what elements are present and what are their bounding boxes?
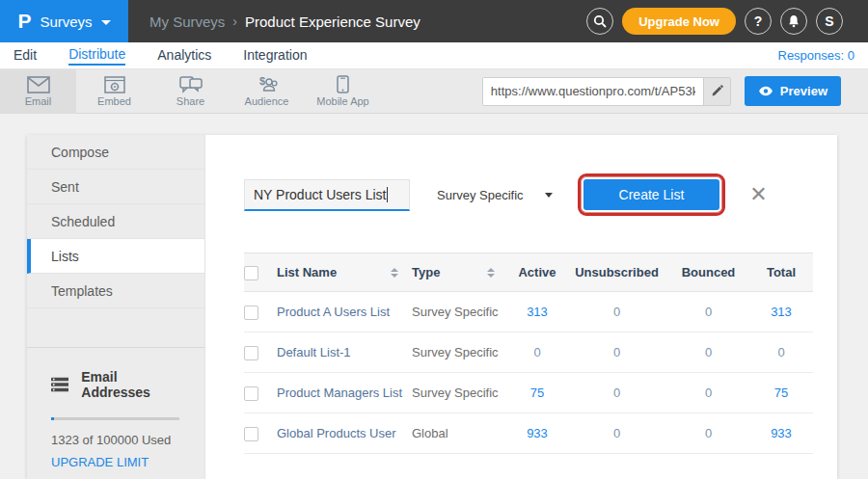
channel-share[interactable]: Share bbox=[152, 69, 229, 114]
active-count[interactable]: 0 bbox=[508, 333, 566, 373]
search-button[interactable] bbox=[586, 8, 613, 35]
total-count[interactable]: 0 bbox=[749, 333, 813, 373]
page-title: Product Experience Survey bbox=[245, 13, 420, 30]
list-name-link[interactable]: Product Managers List bbox=[277, 373, 412, 413]
email-lists-table: List Name Type Active Unsubscribed Bounc… bbox=[244, 253, 813, 454]
total-count[interactable]: 933 bbox=[749, 413, 813, 454]
unsubscribed-count: 0 bbox=[566, 333, 667, 373]
usage-text: 1323 of 100000 Used bbox=[51, 433, 180, 447]
edit-url-button[interactable] bbox=[703, 78, 730, 105]
list-name-link[interactable]: Default List-1 bbox=[277, 333, 412, 373]
channel-email[interactable]: Email bbox=[0, 69, 76, 114]
pencil-icon bbox=[711, 85, 723, 97]
text-cursor bbox=[387, 187, 388, 202]
channel-embed[interactable]: Embed bbox=[76, 69, 152, 114]
list-type: Global bbox=[412, 413, 508, 454]
lists-content: NY Product Users List Survey Specific Cr… bbox=[205, 135, 837, 479]
questionpro-logo: P bbox=[17, 10, 31, 33]
table-row: Global Products User Global 933 0 0 933 bbox=[244, 413, 813, 454]
active-count[interactable]: 313 bbox=[508, 292, 566, 333]
list-type-select[interactable]: Survey Specific bbox=[437, 188, 553, 202]
embed-icon bbox=[104, 76, 125, 93]
sort-list-name-icon[interactable] bbox=[391, 268, 398, 278]
breadcrumb-separator: › bbox=[232, 13, 237, 29]
email-addresses-section: Email Addresses 1323 of 100000 Used UPGR… bbox=[27, 347, 204, 479]
svg-text:$: $ bbox=[259, 75, 265, 87]
audience-icon: $ bbox=[256, 75, 279, 93]
help-button[interactable]: ? bbox=[745, 8, 772, 35]
row-checkbox[interactable] bbox=[244, 386, 258, 401]
upgrade-limit-link[interactable]: UPGRADE LIMIT bbox=[51, 455, 180, 469]
responses-count[interactable]: Responses: 0 bbox=[778, 48, 855, 63]
tab-edit[interactable]: Edit bbox=[14, 47, 37, 65]
col-unsubscribed: Unsubscribed bbox=[566, 253, 667, 292]
list-type: Survey Specific bbox=[412, 373, 508, 413]
tab-analytics[interactable]: Analytics bbox=[157, 47, 211, 65]
product-switcher[interactable]: P Surveys bbox=[0, 0, 128, 42]
account-avatar[interactable]: S bbox=[816, 8, 843, 35]
total-count[interactable]: 313 bbox=[749, 292, 813, 333]
survey-nav-tabs: Edit Distribute Analytics Integration Re… bbox=[0, 42, 868, 69]
create-list-button[interactable]: Create List bbox=[583, 179, 720, 210]
preview-button[interactable]: Preview bbox=[745, 76, 841, 106]
channel-audience[interactable]: $ Audience bbox=[229, 69, 305, 114]
list-rows-icon bbox=[51, 377, 68, 392]
avatar-letter: S bbox=[825, 13, 833, 29]
sidebar-item-sent[interactable]: Sent bbox=[27, 170, 204, 204]
list-type: Survey Specific bbox=[412, 333, 508, 373]
col-active: Active bbox=[508, 253, 566, 292]
table-row: Default List-1 Survey Specific 0 0 0 0 bbox=[244, 333, 813, 373]
total-count[interactable]: 75 bbox=[749, 373, 813, 413]
sort-type-icon[interactable] bbox=[487, 268, 495, 278]
survey-url-input[interactable] bbox=[483, 78, 703, 105]
row-checkbox[interactable] bbox=[244, 306, 258, 320]
col-bounced: Bounced bbox=[667, 253, 749, 292]
breadcrumb: My Surveys › Product Experience Survey bbox=[149, 13, 420, 30]
chevron-down-icon bbox=[545, 193, 553, 198]
unsubscribed-count: 0 bbox=[566, 292, 667, 333]
create-list-row: NY Product Users List Survey Specific Cr… bbox=[244, 173, 837, 216]
breadcrumb-my-surveys[interactable]: My Surveys bbox=[149, 13, 225, 30]
col-list-name: List Name bbox=[277, 265, 337, 279]
bounced-count: 0 bbox=[667, 333, 749, 373]
bounced-count: 0 bbox=[667, 413, 749, 454]
preview-label: Preview bbox=[780, 84, 827, 98]
usage-progress-bar bbox=[51, 417, 179, 420]
bell-icon bbox=[787, 14, 800, 28]
search-icon bbox=[593, 14, 607, 28]
row-checkbox[interactable] bbox=[244, 346, 258, 360]
active-count[interactable]: 933 bbox=[508, 413, 566, 454]
annotation-highlight: Create List bbox=[578, 173, 726, 216]
list-type: Survey Specific bbox=[412, 292, 508, 333]
close-icon[interactable]: ✕ bbox=[749, 184, 767, 205]
list-name-link[interactable]: Global Products User bbox=[277, 413, 412, 454]
list-name-link[interactable]: Product A Users List bbox=[277, 292, 412, 333]
active-count[interactable]: 75 bbox=[508, 373, 566, 413]
product-label: Surveys bbox=[40, 13, 92, 30]
channel-mobile-app[interactable]: Mobile App bbox=[305, 69, 381, 114]
list-name-input[interactable]: NY Product Users List bbox=[244, 179, 410, 211]
email-addresses-title: Email Addresses bbox=[81, 369, 180, 400]
survey-url-field bbox=[482, 77, 731, 106]
list-type-value: Survey Specific bbox=[437, 188, 524, 202]
sidebar-item-lists[interactable]: Lists bbox=[27, 239, 204, 274]
unsubscribed-count: 0 bbox=[566, 413, 667, 454]
sidebar-item-templates[interactable]: Templates bbox=[27, 274, 204, 308]
tab-integration[interactable]: Integration bbox=[243, 47, 307, 65]
select-all-checkbox[interactable] bbox=[244, 266, 258, 280]
tab-distribute[interactable]: Distribute bbox=[68, 46, 125, 66]
chevron-down-icon bbox=[101, 20, 111, 25]
share-icon bbox=[179, 76, 203, 93]
eye-icon bbox=[758, 86, 773, 96]
table-row: Product A Users List Survey Specific 313… bbox=[244, 292, 813, 333]
row-checkbox[interactable] bbox=[244, 427, 258, 441]
sidebar-item-scheduled[interactable]: Scheduled bbox=[27, 204, 204, 239]
channel-mobile-app-label: Mobile App bbox=[316, 95, 368, 107]
usage-progress-fill bbox=[51, 417, 54, 420]
channel-audience-label: Audience bbox=[245, 95, 289, 107]
table-header-row: List Name Type Active Unsubscribed Bounc… bbox=[244, 253, 813, 292]
upgrade-now-button[interactable]: Upgrade Now bbox=[622, 8, 736, 35]
notifications-button[interactable] bbox=[780, 8, 807, 35]
col-total: Total bbox=[749, 253, 813, 292]
sidebar-item-compose[interactable]: Compose bbox=[27, 135, 204, 170]
